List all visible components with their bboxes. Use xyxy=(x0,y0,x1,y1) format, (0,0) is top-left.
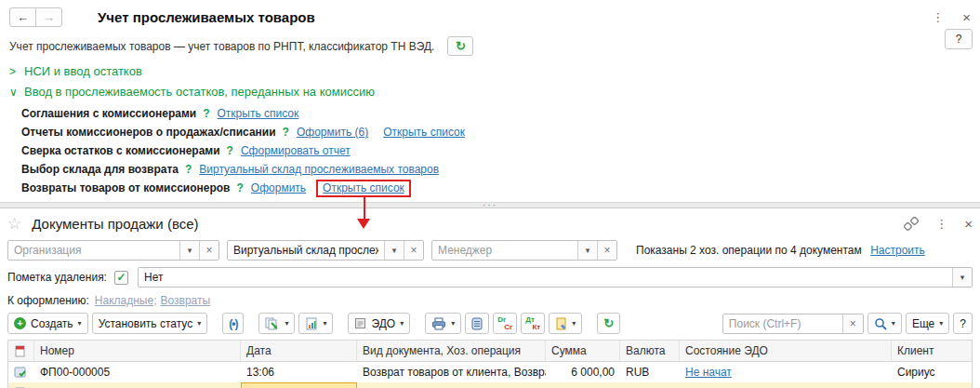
cell-doctype: Возврат товаров от клиента, Возврат от к… xyxy=(357,362,546,382)
edo-label: ЭДО xyxy=(371,317,395,330)
question-icon[interactable]: ? xyxy=(227,144,233,157)
table-row-selected[interactable]: ФВ00-000015 13:06 Возврат товаров от кли… xyxy=(8,382,972,388)
manager-input[interactable] xyxy=(432,241,577,260)
refresh-icon: ↻ xyxy=(603,316,614,330)
attach-file-button[interactable]: ▾ xyxy=(549,313,582,334)
edo-button[interactable]: ЭДО ▾ xyxy=(348,313,410,334)
close-icon[interactable]: × xyxy=(962,10,971,24)
sales-documents-panel: ☆ Документы продажи (все) ⋮ × ▾ × xyxy=(0,208,980,388)
question-icon[interactable]: ? xyxy=(236,181,243,194)
table-header-row: Номер Дата Вид документа, Хоз. операция … xyxy=(8,341,972,362)
task-label: Возвраты товаров от комиссионеров xyxy=(21,181,230,194)
app-window: ← → Учет прослеживаемых товаров ⋮ × Учет… xyxy=(0,0,980,388)
annotation-box: Открыть список xyxy=(316,180,411,197)
link-icon[interactable] xyxy=(904,217,919,231)
bottom-header: ☆ Документы продажи (все) ⋮ × xyxy=(7,212,973,234)
doc-state-column-icon[interactable] xyxy=(8,341,34,361)
annotation-arrow-stem xyxy=(364,195,365,221)
generate-report-link[interactable]: Сформировать отчет xyxy=(241,144,351,157)
column-header-edo[interactable]: Состояние ЭДО xyxy=(680,341,892,361)
close-icon[interactable]: × xyxy=(964,217,973,231)
help-button[interactable]: ? xyxy=(945,29,973,49)
clear-icon[interactable]: × xyxy=(597,241,616,260)
dtkt-postings-button[interactable]: Дт Кт xyxy=(521,313,545,334)
forward-button[interactable]: → xyxy=(35,7,62,27)
process-link[interactable]: Оформить xyxy=(251,181,306,194)
configure-link[interactable]: Настроить xyxy=(870,244,925,257)
clear-icon[interactable]: × xyxy=(404,241,423,260)
back-button[interactable]: ← xyxy=(9,7,36,27)
dropdown-icon[interactable]: ▾ xyxy=(179,241,199,260)
section-nsi[interactable]: > НСИ и ввод остатков xyxy=(0,64,980,78)
chevron-right-icon: > xyxy=(9,65,24,78)
organization-input[interactable] xyxy=(8,241,179,260)
favorite-star-icon[interactable]: ☆ xyxy=(7,214,21,234)
task-row-agreements: Соглашения с комиссионерами ? Открыть сп… xyxy=(21,104,980,123)
list-help-button[interactable]: ? xyxy=(953,313,973,334)
registry-button[interactable] xyxy=(465,313,489,334)
manager-filter: ▾ × xyxy=(431,240,617,261)
advanced-search-button[interactable]: ▾ xyxy=(867,313,902,334)
cell-client: Сириус xyxy=(892,362,972,382)
cell-date-active[interactable]: 13:06 xyxy=(241,382,357,388)
column-header-sum[interactable]: Сумма xyxy=(546,341,620,361)
edo-state-link[interactable]: Не начат xyxy=(685,366,732,379)
deletion-mark-input[interactable] xyxy=(139,268,952,287)
cell-client: Сатурн xyxy=(892,382,972,388)
open-list-link-highlighted[interactable]: Открыть список xyxy=(323,181,404,194)
task-label: Сверка остатков с комиссионерами xyxy=(21,144,220,157)
create-based-on-icon xyxy=(265,317,280,330)
cell-currency: RUB xyxy=(620,382,680,388)
question-icon[interactable]: ? xyxy=(203,107,209,120)
dropdown-icon[interactable]: ▾ xyxy=(952,268,972,287)
returns-link[interactable]: Возвраты xyxy=(160,294,210,307)
kebab-menu-icon[interactable]: ⋮ xyxy=(935,218,947,230)
clear-search-icon[interactable]: × xyxy=(842,314,863,333)
help-label: ? xyxy=(960,317,966,330)
chevron-down-icon: ∨ xyxy=(9,86,24,99)
create-button[interactable]: + Создать ▾ xyxy=(7,313,88,334)
traceable-goods-panel: ← → Учет прослеживаемых товаров ⋮ × Учет… xyxy=(0,0,980,197)
dropdown-icon[interactable]: ▾ xyxy=(577,241,597,260)
open-list-link[interactable]: Открыть список xyxy=(383,126,465,139)
column-header-date[interactable]: Дата xyxy=(241,341,357,361)
panel-splitter[interactable]: ··· xyxy=(0,202,980,208)
reports-button[interactable]: ▾ xyxy=(298,313,333,334)
documents-table: Номер Дата Вид документа, Хоз. операция … xyxy=(7,340,973,388)
subtitle-text: Учет прослеживаемых товаров — учет товар… xyxy=(9,40,434,53)
deletion-mark-value-field: ▾ xyxy=(138,267,973,288)
document-chart-icon xyxy=(305,317,318,330)
deletion-mark-checkbox[interactable]: ✓ xyxy=(114,271,128,285)
process-link[interactable]: Оформить (6) xyxy=(297,126,368,139)
cell-currency: RUB xyxy=(620,362,680,382)
invoices-link[interactable]: Накладные xyxy=(95,294,153,307)
printer-icon xyxy=(431,317,446,330)
more-label: Еще xyxy=(912,317,934,330)
list-toolbar: + Создать ▾ Установить статус ▾ (•) ▾ xyxy=(7,313,973,334)
refresh-button[interactable]: ↻ xyxy=(447,36,473,56)
question-icon[interactable]: ? xyxy=(283,126,289,139)
column-header-currency[interactable]: Валюта xyxy=(620,341,680,361)
print-button[interactable]: ▾ xyxy=(425,313,461,334)
column-header-number[interactable]: Номер xyxy=(34,341,241,361)
set-status-button[interactable]: Установить статус ▾ xyxy=(92,313,208,334)
drcr-postings-button[interactable]: Dr Cr xyxy=(493,313,517,334)
table-row[interactable]: ФП00-000005 13:06 Возврат товаров от кли… xyxy=(8,362,972,382)
warehouse-input[interactable] xyxy=(228,241,384,260)
virtual-warehouse-link[interactable]: Виртуальный склад прослеживаемых товаров xyxy=(199,163,439,176)
refresh-list-button[interactable]: ↻ xyxy=(597,313,620,334)
section-commission[interactable]: ∨ Ввод в прослеживаемость остатков, пере… xyxy=(0,85,980,99)
dropdown-icon: ▾ xyxy=(323,319,326,328)
more-button[interactable]: Еще ▾ xyxy=(906,313,949,334)
search-input[interactable] xyxy=(723,314,842,333)
kebab-menu-icon[interactable]: ⋮ xyxy=(932,11,944,23)
column-header-doctype[interactable]: Вид документа, Хоз. операция xyxy=(357,341,546,361)
question-icon[interactable]: ? xyxy=(185,163,192,176)
dropdown-icon[interactable]: ▾ xyxy=(384,241,404,260)
edo-icon xyxy=(354,317,366,329)
clear-icon[interactable]: × xyxy=(199,241,219,260)
open-list-link[interactable]: Открыть список xyxy=(218,107,299,120)
create-based-on-button[interactable]: ▾ xyxy=(258,313,295,334)
discussion-button[interactable]: (•) xyxy=(222,313,244,334)
column-header-client[interactable]: Клиент xyxy=(892,341,972,361)
